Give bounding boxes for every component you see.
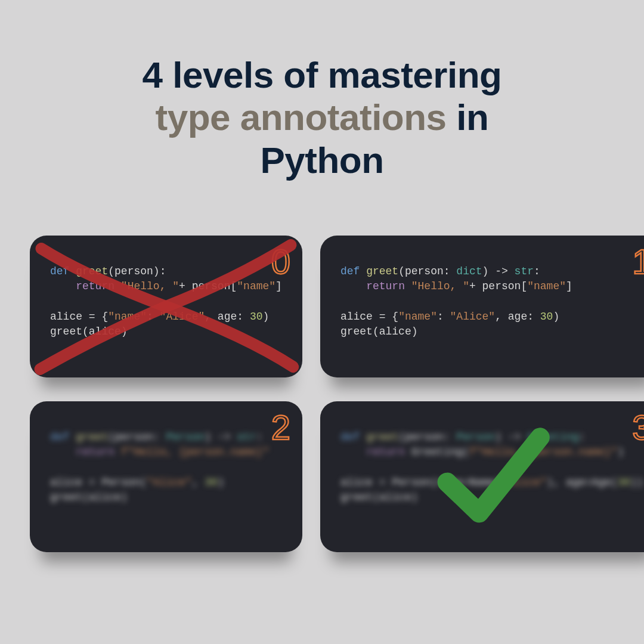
page-title: 4 levels of mastering type annotations i…	[0, 0, 644, 181]
heading-line3: Python	[260, 140, 383, 181]
cards-grid: 0 def greet(person): return "Hello, "+ p…	[30, 236, 614, 552]
heading-highlight: type annotations	[156, 97, 447, 138]
card-level-3: 3 def greet(person: Person) -> Greeting:…	[320, 401, 644, 552]
code-block-1: def greet(person: dict) -> str: return "…	[340, 264, 643, 339]
heading-line2-rest: in	[447, 97, 489, 138]
card-level-0: 0 def greet(person): return "Hello, "+ p…	[30, 236, 302, 377]
card-level-2: 2 def greet(person: Person) -> str: retu…	[30, 401, 302, 552]
level-number-1: 1	[632, 242, 644, 281]
code-block-0: def greet(person): return "Hello, "+ per…	[50, 264, 282, 339]
code-block-3: def greet(person: Person) -> Greeting: r…	[340, 430, 643, 505]
level-number-0: 0	[271, 242, 289, 281]
card-level-1: 1 def greet(person: dict) -> str: return…	[320, 236, 644, 377]
heading-line1: 4 levels of mastering	[143, 54, 502, 95]
code-block-2: def greet(person: Person) -> str: return…	[50, 430, 282, 505]
